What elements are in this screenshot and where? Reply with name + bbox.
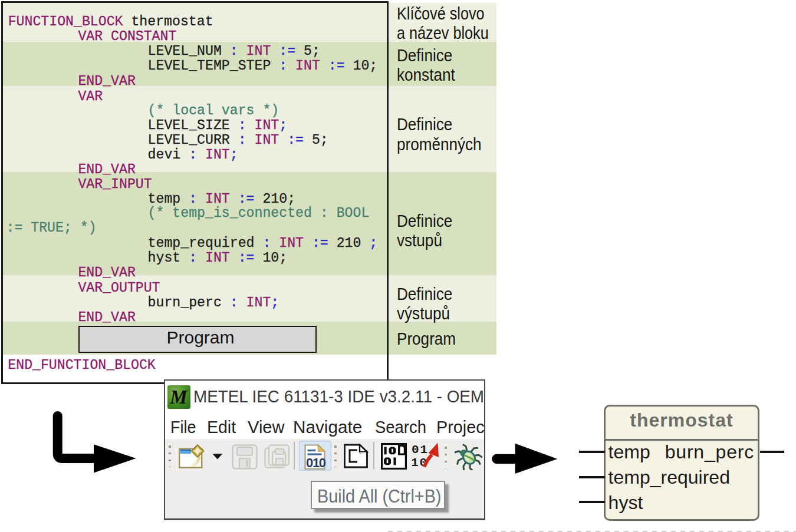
svg-text:010: 010	[306, 455, 326, 470]
svg-text:01: 01	[412, 443, 427, 457]
svg-text:M: M	[169, 386, 188, 408]
